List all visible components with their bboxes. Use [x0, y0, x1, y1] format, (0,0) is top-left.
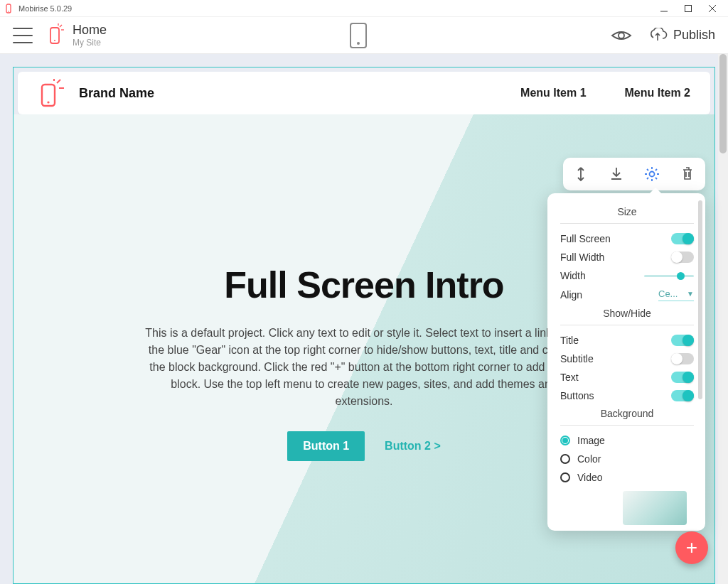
save-block-button[interactable]	[606, 163, 627, 185]
radio-icon	[560, 472, 570, 482]
page-name: Home	[73, 23, 107, 38]
app-icon	[4, 4, 14, 13]
label-align: Align	[560, 289, 582, 301]
window-titlebar: Mobirise 5.0.29	[0, 0, 728, 17]
svg-point-17	[650, 172, 655, 177]
window-close-button[interactable]	[707, 3, 718, 14]
window-title: Mobirise 5.0.29	[18, 4, 658, 13]
site-name: My Site	[73, 38, 107, 48]
radio-icon	[560, 436, 570, 445]
publish-button[interactable]: Publish	[648, 28, 715, 43]
gear-icon[interactable]	[641, 163, 663, 185]
site-header-block[interactable]: Brand Name Menu Item 1 Menu Item 2	[18, 72, 710, 114]
window-maximize-button[interactable]	[682, 3, 694, 14]
svg-line-14	[57, 80, 60, 83]
window-minimize-button[interactable]	[658, 3, 670, 14]
add-block-fab[interactable]: +	[675, 531, 708, 564]
brand-logo-icon	[38, 79, 66, 107]
background-image-thumbnail[interactable]	[623, 491, 687, 525]
block-settings-panel: Size Full Screen Full Width Width AlignC…	[547, 193, 705, 531]
preview-button[interactable]	[611, 28, 632, 43]
menu-item-2[interactable]: Menu Item 2	[625, 87, 690, 99]
hero-button-secondary[interactable]: Button 2 >	[385, 431, 441, 461]
label-full-screen: Full Screen	[560, 233, 611, 244]
block-toolbar	[563, 158, 705, 190]
svg-line-8	[60, 25, 62, 27]
label-subtitle: Subtitle	[560, 353, 594, 364]
svg-point-13	[47, 101, 49, 103]
section-title-size: Size	[560, 203, 694, 224]
toggle-full-screen[interactable]	[671, 233, 694, 244]
radio-bg-video[interactable]: Video	[560, 468, 694, 487]
canvas-area: Brand Name Menu Item 1 Menu Item 2 Full …	[0, 54, 728, 584]
toggle-text[interactable]	[671, 372, 694, 383]
section-title-showhide: Show/Hide	[560, 305, 694, 325]
device-preview-toggle[interactable]	[350, 23, 367, 48]
slider-width[interactable]	[644, 275, 694, 277]
hero-title[interactable]: Full Screen Intro	[106, 264, 622, 306]
radio-bg-image[interactable]: Image	[560, 431, 694, 450]
chevron-down-icon: ▼	[687, 290, 694, 298]
menu-button[interactable]	[13, 28, 33, 43]
label-width: Width	[560, 270, 586, 281]
label-text: Text	[560, 372, 579, 383]
dropdown-align[interactable]: Ce...▼	[658, 288, 694, 301]
delete-block-button[interactable]	[677, 163, 698, 185]
svg-point-7	[54, 40, 55, 41]
page-icon	[48, 23, 64, 46]
label-title-toggle: Title	[560, 335, 579, 346]
toggle-buttons[interactable]	[671, 390, 694, 401]
radio-bg-color[interactable]: Color	[560, 450, 694, 468]
menu-item-1[interactable]: Menu Item 1	[520, 87, 586, 99]
svg-point-1	[8, 11, 9, 12]
move-block-button[interactable]	[570, 163, 592, 185]
app-toolbar: Home My Site Publish	[0, 17, 728, 54]
label-buttons: Buttons	[560, 390, 594, 401]
canvas-scrollbar[interactable]	[718, 54, 728, 584]
label-full-width: Full Width	[560, 252, 604, 263]
radio-icon	[560, 454, 570, 464]
page-info[interactable]: Home My Site	[48, 23, 107, 48]
svg-point-11	[619, 33, 624, 38]
toggle-full-width[interactable]	[671, 252, 694, 263]
toggle-subtitle[interactable]	[671, 353, 694, 364]
hero-description[interactable]: This is a default project. Click any tex…	[144, 325, 584, 410]
brand-name[interactable]: Brand Name	[79, 86, 154, 101]
publish-label: Publish	[673, 28, 715, 43]
svg-rect-3	[685, 5, 692, 11]
panel-scrollbar[interactable]	[698, 200, 702, 524]
toggle-title[interactable]	[671, 335, 694, 346]
section-title-background: Background	[560, 405, 694, 426]
hero-button-primary[interactable]: Button 1	[287, 431, 365, 461]
